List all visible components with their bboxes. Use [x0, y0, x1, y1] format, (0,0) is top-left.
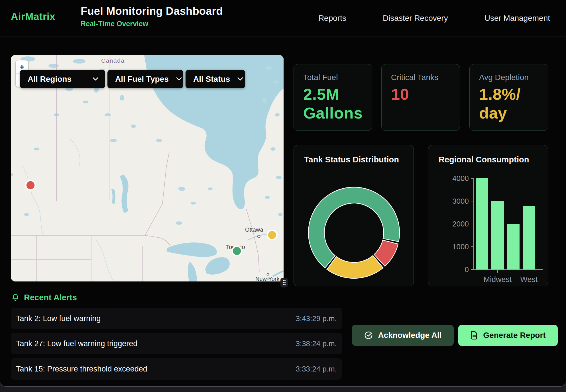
yellow-segment	[327, 256, 383, 278]
dashboard-page: AirMatrix Fuel Monitoring Dashboard Real…	[0, 0, 566, 387]
regional-consumption-chart-card: Regional Consumption 01000200030004000Mi…	[428, 145, 548, 286]
nav-item-disaster-recovery[interactable]: Disaster Recovery	[383, 14, 448, 23]
file-text-icon	[470, 331, 478, 340]
app-header: AirMatrix Fuel Monitoring Dashboard Real…	[0, 0, 566, 36]
region-filter-dropdown[interactable]: All Regions	[20, 70, 105, 88]
tank-marker-normal[interactable]	[232, 246, 242, 256]
grip-dots-icon	[282, 279, 286, 286]
y-tick-label: 2000	[452, 220, 469, 228]
acknowledge-all-button[interactable]: Acknowledge All	[352, 325, 454, 346]
regional-consumption-bar-chart: 01000200030004000MidwestWest	[428, 145, 548, 287]
map-label-canada: Canada	[101, 57, 125, 64]
alert-timestamp: 3:43:29 p.m.	[296, 314, 337, 323]
alert-message: Tank 2: Low fuel warning	[16, 314, 101, 323]
y-tick-label: 1000	[452, 242, 469, 251]
y-tick-label: 4000	[452, 174, 469, 183]
alert-timestamp: 3:33:24 p.m.	[296, 365, 337, 373]
stat-card-critical-tanks: Critical Tanks 10	[381, 64, 460, 131]
bell-icon	[11, 293, 19, 302]
page-subtitle: Real-Time Overview	[81, 20, 223, 28]
alert-row: Tank 15: Pressure threshold exceeded 3:3…	[11, 358, 342, 380]
page-title: Fuel Monitoring Dashboard	[81, 5, 223, 17]
chevron-down-icon	[237, 77, 243, 81]
chevron-down-icon	[176, 77, 182, 81]
map-panel[interactable]: Canada Ottawa Toronto New York + − All R…	[11, 55, 284, 281]
alert-message: Tank 27: Low fuel warning triggered	[16, 339, 137, 348]
main-nav: Reports Disaster Recovery User Managemen…	[318, 0, 550, 36]
stat-card-avg-depletion: Avg Depletion 1.8%/day	[469, 64, 548, 131]
tank-marker-warning[interactable]	[268, 230, 277, 240]
page-title-block: Fuel Monitoring Dashboard Real-Time Over…	[81, 5, 223, 28]
map-label-ottawa: Ottawa	[245, 226, 263, 233]
stat-value: 2.5MGallons	[303, 85, 366, 122]
generate-report-button[interactable]: Generate Report	[458, 325, 558, 346]
map-resize-handle[interactable]	[280, 278, 288, 287]
bar-3	[523, 206, 535, 270]
map-label-newyork: New York	[255, 276, 280, 281]
alert-row: Tank 2: Low fuel warning 3:43:29 p.m.	[11, 308, 342, 329]
region-filter-value: All Regions	[28, 75, 72, 84]
status-filter-dropdown[interactable]: All Status	[186, 70, 245, 88]
fuel-type-filter-dropdown[interactable]: All Fuel Types	[107, 70, 183, 88]
map-svg: Canada Ottawa Toronto New York	[11, 55, 284, 281]
nav-item-reports[interactable]: Reports	[318, 14, 346, 23]
nav-item-user-management[interactable]: User Management	[484, 14, 550, 23]
generate-report-label: Generate Report	[483, 331, 545, 340]
alert-row: Tank 27: Low fuel warning triggered 3:38…	[11, 333, 342, 354]
recent-alerts-heading: Recent Alerts	[11, 293, 77, 302]
y-tick-label: 0	[465, 265, 469, 274]
chart-title: Tank Status Distribution	[304, 155, 399, 164]
bar-2	[507, 224, 520, 270]
fuel-type-filter-value: All Fuel Types	[115, 75, 169, 84]
newyork-town-icon	[267, 273, 269, 275]
chevron-down-icon	[93, 77, 98, 81]
bar-0	[476, 178, 488, 270]
stat-label: Avg Depletion	[479, 73, 542, 82]
alert-message: Tank 15: Pressure threshold exceeded	[16, 365, 147, 373]
stat-value: 10	[391, 85, 454, 104]
stat-label: Total Fuel	[303, 73, 366, 82]
status-filter-value: All Status	[193, 75, 230, 84]
alert-timestamp: 3:38:24 p.m.	[296, 339, 337, 348]
ottawa-town-icon	[258, 235, 260, 238]
stat-label: Critical Tanks	[391, 73, 454, 82]
x-tick-label: West	[520, 275, 538, 284]
y-tick-label: 3000	[452, 197, 469, 205]
recent-alerts-title: Recent Alerts	[24, 293, 77, 302]
x-tick-label: Midwest	[483, 275, 512, 284]
map-filters: All Regions All Fuel Types All Status	[20, 70, 245, 88]
app-logo: AirMatrix	[11, 11, 55, 22]
stat-value: 1.8%/day	[479, 85, 542, 122]
check-circle-icon	[364, 331, 373, 340]
stat-card-total-fuel: Total Fuel 2.5MGallons	[294, 64, 372, 131]
acknowledge-all-label: Acknowledge All	[378, 331, 441, 340]
bar-1	[491, 201, 504, 270]
tank-status-donut-chart	[306, 185, 402, 280]
tank-marker-critical[interactable]	[26, 181, 35, 190]
tank-status-chart-card: Tank Status Distribution	[294, 145, 414, 286]
